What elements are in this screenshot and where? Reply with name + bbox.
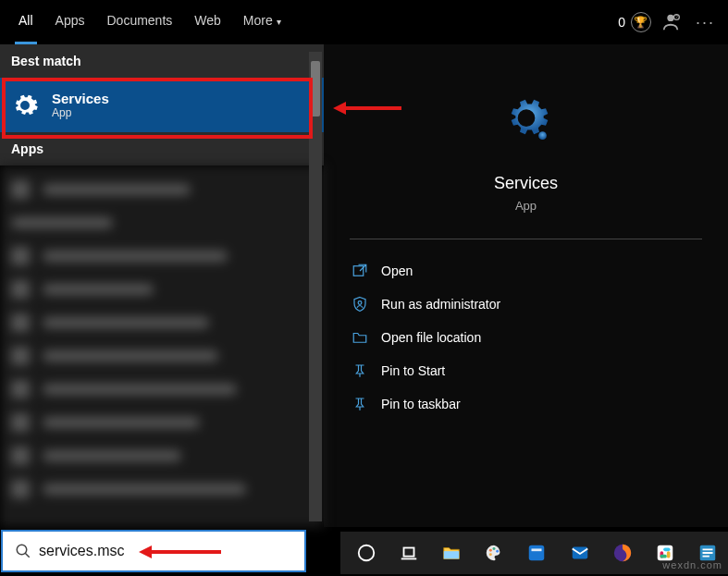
taskbar-app-blue[interactable]: [516, 532, 557, 574]
divider: [350, 239, 702, 239]
tab-web[interactable]: Web: [183, 0, 232, 44]
more-options-icon[interactable]: ···: [690, 13, 721, 32]
watermark: wexdn.com: [662, 559, 722, 570]
preview-pane: Services App Open Run as administrator O…: [324, 44, 728, 527]
action-pin-start[interactable]: Pin to Start: [350, 354, 702, 387]
action-open-location[interactable]: Open file location: [350, 321, 702, 354]
results-scrollbar[interactable]: [309, 52, 322, 521]
mail-icon: [570, 543, 590, 563]
section-best-match: Best match: [0, 44, 324, 78]
search-icon: [15, 543, 31, 559]
svg-rect-20: [667, 551, 671, 558]
open-icon: [352, 263, 368, 279]
tab-apps[interactable]: Apps: [44, 0, 96, 44]
folder-icon: [352, 329, 368, 346]
taskview-icon: [399, 543, 419, 563]
svg-rect-17: [658, 545, 673, 561]
svg-point-4: [358, 301, 362, 305]
feedback-icon[interactable]: ?: [660, 12, 681, 32]
svg-point-0: [667, 15, 673, 21]
preview-title: Services: [494, 174, 558, 193]
taskbar-firefox[interactable]: [602, 532, 643, 574]
taskbar-paint[interactable]: [474, 532, 514, 574]
search-box[interactable]: [1, 530, 306, 572]
tab-more[interactable]: More▾: [232, 0, 292, 44]
section-apps: Apps: [0, 132, 324, 165]
result-title: Services: [52, 91, 109, 106]
svg-point-11: [497, 550, 500, 553]
svg-point-10: [493, 547, 496, 550]
rewards-badge[interactable]: 0 🏆: [618, 12, 651, 32]
svg-point-9: [489, 549, 492, 552]
gear-icon: [11, 92, 39, 119]
svg-rect-14: [532, 548, 542, 551]
taskbar-taskview[interactable]: [389, 532, 429, 574]
chevron-down-icon: ▾: [277, 17, 281, 27]
gear-icon: [500, 94, 552, 146]
taskbar-cortana[interactable]: [346, 532, 387, 574]
palette-icon: [484, 543, 504, 563]
result-subtitle: App: [52, 106, 109, 119]
svg-point-6: [359, 545, 375, 561]
taskbar-mail[interactable]: [560, 532, 600, 574]
search-input[interactable]: [39, 543, 295, 559]
action-run-admin[interactable]: Run as administrator: [350, 288, 702, 321]
results-panel: Best match Services App Apps: [0, 44, 324, 527]
preview-subtitle: App: [515, 199, 537, 213]
svg-rect-3: [353, 266, 364, 276]
svg-rect-7: [404, 548, 414, 557]
trophy-icon: 🏆: [631, 12, 651, 32]
action-open[interactable]: Open: [350, 254, 702, 288]
pin-icon: [352, 362, 368, 379]
action-pin-taskbar[interactable]: Pin to taskbar: [350, 387, 702, 421]
tab-all[interactable]: All: [7, 0, 44, 44]
folder-icon: [441, 543, 462, 563]
firefox-icon: [612, 543, 633, 563]
pin-icon: [352, 396, 368, 412]
shield-icon: [352, 296, 368, 313]
svg-rect-8: [444, 551, 460, 558]
svg-rect-13: [529, 545, 545, 561]
tab-documents[interactable]: Documents: [95, 0, 183, 44]
svg-rect-21: [660, 555, 666, 558]
taskbar-explorer[interactable]: [431, 532, 472, 574]
app-icon: [526, 543, 547, 563]
svg-rect-19: [663, 548, 670, 552]
svg-point-5: [17, 545, 27, 555]
result-services[interactable]: Services App: [0, 78, 324, 132]
circle-icon: [356, 543, 376, 563]
svg-point-12: [489, 553, 492, 556]
other-results-blurred: [0, 165, 324, 527]
